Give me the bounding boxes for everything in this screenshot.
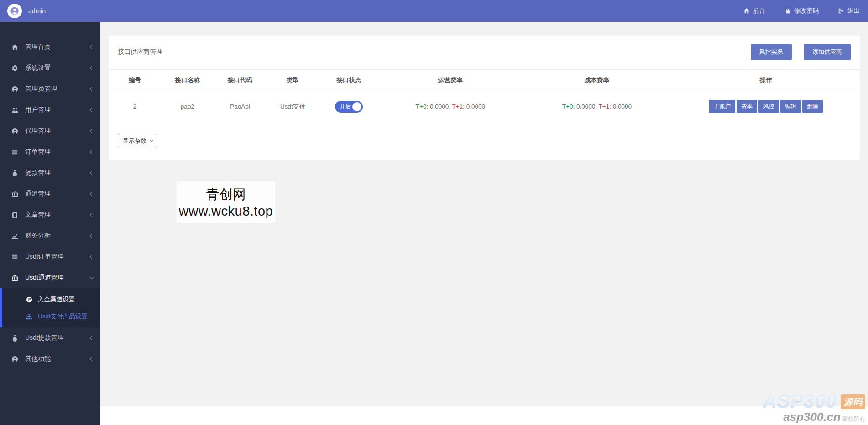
toggle-knob xyxy=(352,102,361,111)
money-bag-icon xyxy=(11,170,18,176)
sidebar-item-label: Usdt提款管理 xyxy=(25,334,90,342)
risk-control-button[interactable]: 风控 xyxy=(758,100,779,113)
sidebar-item-user-management[interactable]: 用户管理 xyxy=(0,99,100,120)
status-toggle[interactable]: 开启 xyxy=(335,101,363,113)
chevron-left-icon xyxy=(90,150,94,154)
user-circle-icon xyxy=(11,86,18,93)
cell-id: 2 xyxy=(109,91,161,122)
logout-icon xyxy=(838,8,844,14)
chevron-left-icon xyxy=(90,213,94,217)
sidebar-item-label: 财务分析 xyxy=(25,232,90,240)
page-size-label: 显示条数 xyxy=(123,137,146,145)
sidebar-subitem-usdt-product-settings[interactable]: Usdt支付产品设置 xyxy=(2,308,100,325)
topbar-nav: 前台 修改密码 退出 xyxy=(724,7,868,15)
rate-button[interactable]: 费率 xyxy=(737,100,757,113)
sidebar-item-label: Usdt通道管理 xyxy=(25,274,90,282)
sidebar-item-system-settings[interactable]: 系统设置 xyxy=(0,57,100,78)
sidebar-item-admin-home[interactable]: 管理首页 xyxy=(0,36,100,57)
watermark-line2: www.wcku8.top xyxy=(179,204,273,219)
sitemap-icon xyxy=(26,313,32,320)
col-cost-rate: 成本费率 xyxy=(522,70,672,91)
sidebar-item-agent-management[interactable]: 代理管理 xyxy=(0,120,100,141)
p-circle-icon xyxy=(26,296,32,303)
table-row: 2 pao2 PaoApi Usdt支付 开启 T+0: 0.0000, T+1… xyxy=(109,91,860,122)
gears-icon xyxy=(11,65,18,72)
sidebar-item-withdrawal-management[interactable]: 提款管理 xyxy=(0,162,100,183)
sidebar-subitem-label: Usdt支付产品设置 xyxy=(38,312,88,321)
sidebar-item-label: 文章管理 xyxy=(25,211,90,219)
sidebar-item-order-management[interactable]: 订单管理 xyxy=(0,141,100,162)
col-id: 编号 xyxy=(109,70,161,91)
toggle-label: 开启 xyxy=(340,103,351,110)
sidebar-item-other-functions[interactable]: 其他功能 xyxy=(0,348,100,369)
nav-frontend[interactable]: 前台 xyxy=(743,7,765,15)
chevron-left-icon xyxy=(90,66,94,70)
user-circle-icon xyxy=(11,128,18,135)
t1-label: T+1 xyxy=(599,103,610,110)
chevron-down-icon xyxy=(90,275,94,279)
sidebar-item-admin-management[interactable]: 管理员管理 xyxy=(0,78,100,99)
topbar: admin 前台 修改密码 退出 xyxy=(0,0,868,22)
watermark-line1: 青创网 xyxy=(206,186,246,204)
card-header-buttons: 风控实况 添加供应商 xyxy=(741,44,851,60)
nav-logout[interactable]: 退出 xyxy=(838,7,860,15)
usdt-channel-submenu: 入金渠道设置 Usdt支付产品设置 xyxy=(0,288,100,327)
nav-logout-label: 退出 xyxy=(847,7,860,15)
sidebar-item-label: 代理管理 xyxy=(25,127,90,135)
list-icon xyxy=(11,149,18,155)
chart-line-icon xyxy=(11,233,18,239)
sidebar-item-usdt-order-management[interactable]: Usdt订单管理 xyxy=(0,246,100,267)
t1-value: : 0.0000 xyxy=(609,103,632,110)
t0-value: : 0.0000, xyxy=(426,103,450,110)
sidebar: 管理首页 系统设置 管理员管理 用户管理 代理管理 订单管理 提款管理 通道管理 xyxy=(0,22,100,425)
col-type: 类型 xyxy=(267,70,319,91)
chevron-left-icon xyxy=(90,336,94,340)
sub-account-button[interactable]: 子账户 xyxy=(709,100,735,113)
cell-type: Usdt支付 xyxy=(267,91,319,122)
sidebar-item-usdt-withdrawal-management[interactable]: Usdt提款管理 xyxy=(0,327,100,348)
footer xyxy=(100,406,868,425)
cell-api-status: 开启 xyxy=(319,91,379,122)
sidebar-item-channel-management[interactable]: 通道管理 xyxy=(0,183,100,204)
chevron-left-icon xyxy=(90,192,94,196)
sidebar-item-finance-analysis[interactable]: 财务分析 xyxy=(0,225,100,246)
sidebar-item-article-management[interactable]: 文章管理 xyxy=(0,204,100,225)
nav-change-password-label: 修改密码 xyxy=(794,7,819,15)
delete-button[interactable]: 删除 xyxy=(802,100,823,113)
col-api-code: 接口代码 xyxy=(214,70,266,91)
sidebar-subitem-deposit-channel-settings[interactable]: 入金渠道设置 xyxy=(2,291,100,308)
col-api-name: 接口名称 xyxy=(161,70,214,91)
home-icon xyxy=(11,44,18,51)
cell-operating-rate: T+0: 0.0000, T+1: 0.0000 xyxy=(379,91,522,122)
card-header: 接口供应商管理 风控实况 添加供应商 xyxy=(109,36,860,69)
bank-icon xyxy=(11,191,18,197)
chevron-left-icon xyxy=(90,129,94,133)
col-api-status: 接口状态 xyxy=(319,70,379,91)
chevron-left-icon xyxy=(90,171,94,175)
sidebar-subitem-label: 入金渠道设置 xyxy=(38,295,75,304)
avatar[interactable] xyxy=(7,4,22,18)
chevron-left-icon xyxy=(90,255,94,259)
edit-button[interactable]: 编辑 xyxy=(780,100,801,113)
add-supplier-button[interactable]: 添加供应商 xyxy=(804,44,851,60)
sidebar-item-label: 管理员管理 xyxy=(25,85,90,93)
nav-frontend-label: 前台 xyxy=(753,7,765,15)
suppliers-table: 编号 接口名称 接口代码 类型 接口状态 运营费率 成本费率 操作 2 pao2… xyxy=(109,69,860,122)
col-actions: 操作 xyxy=(672,70,860,91)
user-circle-icon xyxy=(11,356,18,363)
chevron-left-icon xyxy=(90,45,94,49)
sidebar-item-label: 通道管理 xyxy=(25,190,90,198)
bank-icon xyxy=(11,275,18,281)
chevron-left-icon xyxy=(90,108,94,112)
sidebar-item-label: 用户管理 xyxy=(25,106,90,114)
t0-label: T+0 xyxy=(416,103,427,110)
t0-value: : 0.0000, xyxy=(573,103,597,110)
t0-label: T+0 xyxy=(562,103,573,110)
col-operating-rate: 运营费率 xyxy=(379,70,522,91)
page-size-select[interactable]: 显示条数 xyxy=(118,134,157,148)
sidebar-item-label: 其他功能 xyxy=(25,355,90,363)
table-header-row: 编号 接口名称 接口代码 类型 接口状态 运营费率 成本费率 操作 xyxy=(109,70,860,91)
risk-live-button[interactable]: 风控实况 xyxy=(751,44,792,60)
sidebar-item-usdt-channel-management[interactable]: Usdt通道管理 xyxy=(0,267,100,288)
nav-change-password[interactable]: 修改密码 xyxy=(784,7,819,15)
